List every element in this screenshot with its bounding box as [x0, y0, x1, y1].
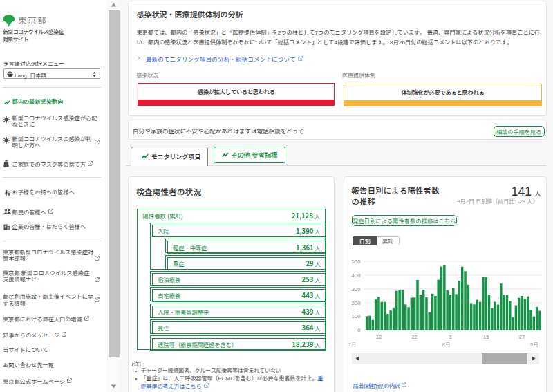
svg-text:500: 500 [351, 259, 361, 265]
svg-text:7月: 7月 [348, 342, 356, 348]
svg-text:400: 400 [351, 272, 361, 279]
svg-text:27: 27 [518, 334, 524, 340]
svg-text:3: 3 [449, 334, 451, 340]
svg-text:8月: 8月 [442, 342, 450, 348]
svg-text:22: 22 [411, 334, 417, 340]
svg-text:200: 200 [351, 300, 361, 306]
svg-text:10: 10 [375, 334, 381, 340]
svg-text:300: 300 [351, 286, 361, 292]
svg-text:9月: 9月 [530, 342, 538, 348]
svg-text:15: 15 [483, 334, 489, 340]
svg-text:0: 0 [357, 327, 361, 333]
svg-text:100: 100 [351, 313, 361, 319]
